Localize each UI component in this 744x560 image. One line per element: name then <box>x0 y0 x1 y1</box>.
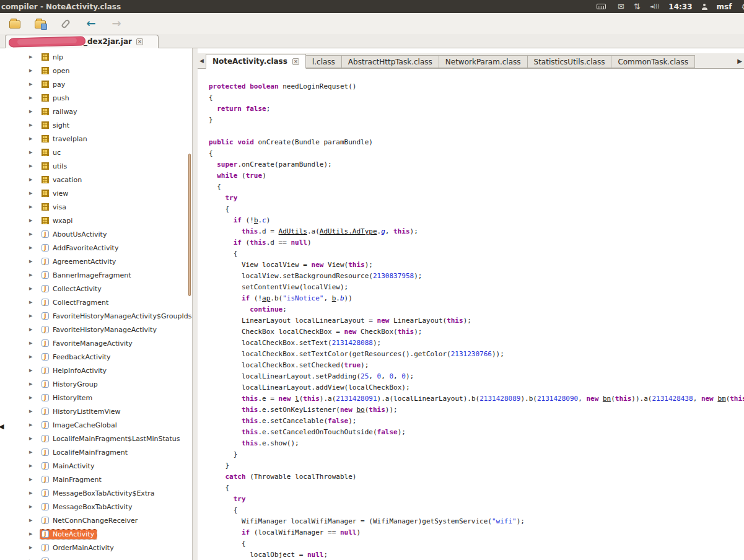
tree-item-content[interactable]: J <box>40 557 55 560</box>
editor-tab-l.class[interactable]: l.class <box>306 55 342 68</box>
editor-tab-NoteActivity.class[interactable]: NoteActivity.class✕ <box>206 54 306 69</box>
expand-arrow-icon[interactable]: ▶ <box>29 177 35 182</box>
expand-arrow-icon[interactable]: ▶ <box>29 341 35 346</box>
tree-item-content[interactable]: railway <box>40 107 80 116</box>
editor-tab-CommonTask.class[interactable]: CommonTask.class <box>611 55 695 68</box>
expand-arrow-icon[interactable]: ▶ <box>29 422 35 427</box>
username[interactable]: msf <box>717 2 732 11</box>
tree-item-content[interactable]: JHistoryItem <box>40 393 95 403</box>
jar-tab[interactable]: _dex2jar.jar ✕ <box>5 35 159 48</box>
code-link[interactable]: ap <box>262 294 270 302</box>
tree-item-railway[interactable]: ▶railway <box>0 105 192 118</box>
tree-item-HistoryListItemView[interactable]: ▶JHistoryListItemView <box>0 405 192 418</box>
expand-arrow-icon[interactable]: ▶ <box>29 95 35 100</box>
tree-item-content[interactable]: JHelpInfoActivity <box>40 366 109 375</box>
expand-arrow-icon[interactable]: ▶ <box>29 436 35 441</box>
tree-item-OrderMainActivity[interactable]: ▶JOrderMainActivity <box>0 541 192 554</box>
expand-arrow-icon[interactable]: ▶ <box>29 354 35 359</box>
expand-arrow-icon[interactable]: ▶ <box>29 123 35 128</box>
mail-icon[interactable]: ✉ <box>618 2 624 11</box>
tree-item-content[interactable]: JAboutUsActivity <box>40 230 109 239</box>
code-view[interactable]: protected boolean needLoginRequset(){ re… <box>198 69 744 560</box>
navigate-back-button[interactable]: ← <box>84 16 98 31</box>
tab-scroll-right-icon[interactable]: ▶ <box>737 58 742 64</box>
expand-arrow-icon[interactable]: ▶ <box>29 286 35 291</box>
code-link[interactable]: AdUtils.AdType <box>320 227 377 235</box>
tree-item-content[interactable]: JHistoryGroup <box>40 380 100 389</box>
tree-item-content[interactable]: push <box>40 94 72 103</box>
tree-item-LocalifeMainFragment$LastMinStatus[interactable]: ▶JLocalifeMainFragment$LastMinStatus <box>0 432 192 445</box>
tree-item-MessageBoxTabActivity$Extra[interactable]: ▶JMessageBoxTabActivity$Extra <box>0 486 192 500</box>
close-tab-icon[interactable]: ✕ <box>292 58 299 65</box>
expand-arrow-icon[interactable]: ▶ <box>29 504 35 509</box>
tree-item-uc[interactable]: ▶uc <box>0 146 192 159</box>
tree-item-content[interactable]: wxapi <box>40 216 75 225</box>
expand-arrow-icon[interactable]: ▶ <box>29 545 35 550</box>
tree-item-HistoryGroup[interactable]: ▶JHistoryGroup <box>0 377 192 391</box>
tree-item-content[interactable]: visa <box>40 203 69 212</box>
tree-item-content[interactable]: JImageCacheGlobal <box>40 421 120 430</box>
expand-arrow-icon[interactable]: ▶ <box>29 109 35 114</box>
tree-item-partial[interactable]: ▶J <box>0 554 192 560</box>
code-link[interactable]: l <box>295 395 299 403</box>
expand-arrow-icon[interactable]: ▶ <box>29 191 35 196</box>
expand-arrow-icon[interactable]: ▶ <box>29 463 35 468</box>
tree-item-AboutUsActivity[interactable]: ▶JAboutUsActivity <box>0 227 192 241</box>
tree-item-content[interactable]: JOrderMainActivity <box>40 543 116 553</box>
tree-item-HistoryItem[interactable]: ▶JHistoryItem <box>0 391 192 405</box>
tree-item-nlp[interactable]: ▶nlp <box>0 50 192 64</box>
expand-arrow-icon[interactable]: ▶ <box>29 259 35 264</box>
tree-item-content[interactable]: JFavoriteHistoryManageActivity$GroupIds <box>40 312 193 321</box>
expand-arrow-icon[interactable]: ▶ <box>29 409 35 414</box>
tree-item-FeedbackActivity[interactable]: ▶JFeedbackActivity <box>0 350 192 364</box>
tree-item-content[interactable]: JAddFavoriteActivity <box>40 243 121 253</box>
tree-item-pay[interactable]: ▶pay <box>0 77 192 91</box>
tree-item-content[interactable]: JLocalifeMainFragment$LastMinStatus <box>40 434 183 444</box>
expand-arrow-icon[interactable]: ▶ <box>29 300 35 305</box>
tree-item-content[interactable]: vacation <box>40 175 84 185</box>
tree-item-LocalifeMainFragment[interactable]: ▶JLocalifeMainFragment <box>0 445 192 459</box>
tree-item-content[interactable]: JLocalifeMainFragment <box>40 448 130 457</box>
expand-arrow-icon[interactable]: ▶ <box>29 368 35 373</box>
expand-arrow-icon[interactable]: ▶ <box>29 491 35 496</box>
tree-item-CollectActivity[interactable]: ▶JCollectActivity <box>0 282 192 295</box>
tree-item-content[interactable]: view <box>40 189 71 198</box>
expand-arrow-icon[interactable]: ▶ <box>29 313 35 318</box>
tree-item-content[interactable]: JFavoriteManageActivity <box>40 339 135 348</box>
tree-scrollbar[interactable] <box>188 154 191 296</box>
tree-item-MainActivity[interactable]: ▶JMainActivity <box>0 459 192 473</box>
expand-arrow-icon[interactable]: ▶ <box>29 218 35 223</box>
tree-item-open[interactable]: ▶open <box>0 64 192 77</box>
tree-item-content[interactable]: nlp <box>40 53 66 62</box>
tree-item-content[interactable]: JBannerImageFragment <box>40 271 134 280</box>
open-file-button[interactable] <box>7 16 22 31</box>
tree-item-content[interactable]: JMainActivity <box>40 462 97 471</box>
editor-tab-AbstractHttpTask.class[interactable]: AbstractHttpTask.class <box>342 55 439 68</box>
open-all-button[interactable] <box>33 16 48 31</box>
tree-item-NetConnChangeReceiver[interactable]: ▶JNetConnChangeReceiver <box>0 514 192 527</box>
expand-arrow-icon[interactable]: ▶ <box>29 382 35 387</box>
tree-item-content[interactable]: JAgreementActivity <box>40 257 118 266</box>
tree-item-AddFavoriteActivity[interactable]: ▶JAddFavoriteActivity <box>0 241 192 255</box>
tree-item-CollectFragment[interactable]: ▶JCollectFragment <box>0 295 192 309</box>
tree-item-content[interactable]: JMessageBoxTabActivity <box>40 502 134 512</box>
search-button[interactable] <box>58 16 73 31</box>
tree-item-content[interactable]: travelplan <box>40 134 90 144</box>
editor-tab-StatisticsUtils.class[interactable]: StatisticsUtils.class <box>528 55 612 68</box>
volume-icon[interactable]: ◄))) <box>650 4 660 9</box>
tree-item-content[interactable]: pay <box>40 80 68 89</box>
expand-arrow-icon[interactable]: ▶ <box>29 395 35 400</box>
expand-arrow-icon[interactable]: ▶ <box>29 82 35 87</box>
tree-item-content[interactable]: JFeedbackActivity <box>40 352 113 362</box>
network-icon[interactable]: ⇅ <box>634 2 641 11</box>
tree-item-visa[interactable]: ▶visa <box>0 200 192 214</box>
close-jar-tab-icon[interactable]: ✕ <box>136 38 143 45</box>
tree-item-content[interactable]: JNetConnChangeReceiver <box>40 516 140 525</box>
clock[interactable]: 14:33 <box>668 2 692 11</box>
tree-item-wxapi[interactable]: ▶wxapi <box>0 214 192 227</box>
tree-item-content[interactable]: sight <box>40 121 72 130</box>
expand-arrow-icon[interactable]: ▶ <box>29 327 35 332</box>
code-link[interactable]: bm <box>717 395 725 403</box>
tree-item-HelpInfoActivity[interactable]: ▶JHelpInfoActivity <box>0 364 192 377</box>
editor-tab-NetworkParam.class[interactable]: NetworkParam.class <box>439 55 528 68</box>
